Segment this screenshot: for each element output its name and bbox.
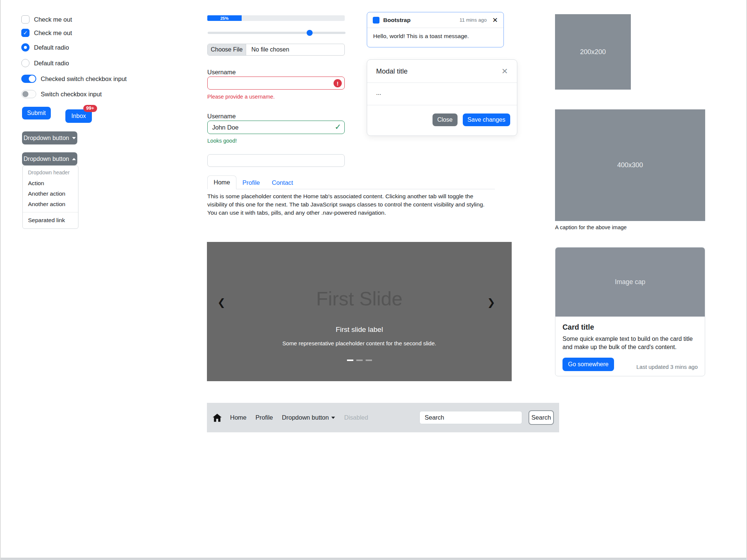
inbox-label: Inbox xyxy=(71,113,86,119)
progress-bar: 25% xyxy=(207,15,345,21)
progress-fill: 25% xyxy=(207,15,242,21)
home-icon[interactable] xyxy=(212,413,222,423)
navbar: Home Profile Dropdown button Disabled Se… xyxy=(207,403,559,432)
modal-body: ... xyxy=(367,83,517,105)
menu-item-another-action[interactable]: Another action xyxy=(23,199,78,209)
switch-row: Switch checkbox input xyxy=(21,90,102,99)
slide-caption: Some representative placeholder content … xyxy=(207,340,512,346)
notification-badge: 99+ xyxy=(83,105,97,112)
slider-thumb[interactable] xyxy=(307,30,313,36)
carousel-indicator-3[interactable] xyxy=(366,360,372,361)
modal: Modal title ✕ ... Close Save changes xyxy=(367,59,517,136)
switch-knob xyxy=(29,75,35,82)
radio-row: Default radio xyxy=(21,59,69,68)
caret-up-icon xyxy=(72,158,76,160)
modal-save-button[interactable]: Save changes xyxy=(463,113,510,126)
tab-contact[interactable]: Contact xyxy=(266,176,299,189)
placeholder-image-400: 400x300 xyxy=(555,109,705,221)
carousel-indicator-2[interactable] xyxy=(356,360,363,361)
dropdown-menu-header: Dropdown header xyxy=(23,168,78,178)
nav-link-dropdown[interactable]: Dropdown button xyxy=(282,414,335,421)
carousel-prev-icon[interactable]: ❮ xyxy=(217,297,226,308)
figure-caption: A caption for the above image xyxy=(555,224,627,230)
card: Image cap Card title Some quick example … xyxy=(555,247,705,376)
dropdown-button-closed[interactable]: Dropdown button xyxy=(22,131,77,144)
card-text: Some quick example text to build on the … xyxy=(562,335,698,352)
page: Check me out ✓ Check me out Default radi… xyxy=(0,0,747,560)
carousel: First Slide ❮ ❯ First slide label Some r… xyxy=(207,242,512,381)
toast-timestamp: 11 mins ago xyxy=(459,17,487,23)
toast-message: Hello, world! This is a toast message. xyxy=(367,28,503,44)
username-label: Username xyxy=(207,69,236,76)
valid-feedback: Looks good! xyxy=(207,138,237,144)
modal-title: Modal title xyxy=(376,67,407,75)
invalid-icon: ! xyxy=(334,79,342,87)
checkbox-row: ✓ Check me out xyxy=(21,28,72,37)
username-input-invalid[interactable] xyxy=(207,77,345,90)
toast-header: Bootstrap 11 mins ago ✕ xyxy=(367,12,503,28)
dropdown-menu: Dropdown header Action Another action An… xyxy=(22,165,78,229)
switch-label: Switch checkbox input xyxy=(41,91,102,98)
caret-down-icon xyxy=(72,137,76,139)
modal-close-icon[interactable]: ✕ xyxy=(501,67,508,76)
slide-label: First slide label xyxy=(207,326,512,334)
checkbox-unchecked[interactable] xyxy=(21,15,30,24)
submit-button[interactable]: Submit xyxy=(22,107,51,119)
modal-close-button[interactable]: Close xyxy=(433,113,458,126)
file-status: No file chosen xyxy=(246,44,289,55)
window-bottom-edge xyxy=(1,558,746,560)
inbox-button[interactable]: Inbox 99+ xyxy=(65,109,92,123)
menu-item-another-action[interactable]: Another action xyxy=(23,189,78,199)
nav-dropdown-label: Dropdown button xyxy=(282,414,329,421)
toast: Bootstrap 11 mins ago ✕ Hello, world! Th… xyxy=(367,12,504,47)
carousel-indicators xyxy=(207,360,512,361)
tab-profile[interactable]: Profile xyxy=(236,176,266,189)
tab-home[interactable]: Home xyxy=(207,175,236,189)
username-input-valid[interactable] xyxy=(207,121,345,134)
switch-label: Checked switch checkbox input xyxy=(41,75,127,83)
carousel-indicator-1[interactable] xyxy=(347,360,353,361)
file-input[interactable]: Choose File No file chosen xyxy=(207,44,345,56)
radio-unchecked[interactable] xyxy=(21,59,30,67)
search-button[interactable]: Search xyxy=(529,410,554,425)
placeholder-image-200: 200x200 xyxy=(555,14,631,90)
caret-down-icon xyxy=(331,417,335,419)
modal-footer: Close Save changes xyxy=(367,105,517,126)
nav-link-home[interactable]: Home xyxy=(230,414,247,421)
card-image-cap: Image cap xyxy=(555,248,705,317)
card-image-label: Image cap xyxy=(615,278,645,286)
carousel-next-icon[interactable]: ❯ xyxy=(487,297,495,308)
switch-on[interactable] xyxy=(21,75,36,83)
radio-label: Default radio xyxy=(34,60,69,67)
dropdown-button-open[interactable]: Dropdown button xyxy=(22,152,77,165)
radio-checked[interactable] xyxy=(21,43,30,52)
checkbox-checked[interactable]: ✓ xyxy=(21,29,30,37)
choose-file-button[interactable]: Choose File xyxy=(208,44,246,55)
menu-divider xyxy=(23,212,78,212)
bootstrap-logo-icon xyxy=(373,17,379,24)
nav-link-profile[interactable]: Profile xyxy=(255,414,273,421)
checkbox-row: Check me out xyxy=(21,15,72,24)
slide-placeholder-text: First Slide xyxy=(207,287,512,310)
range-slider[interactable] xyxy=(208,32,345,34)
go-somewhere-button[interactable]: Go somewhere xyxy=(562,358,614,371)
toast-close-icon[interactable]: ✕ xyxy=(492,16,498,24)
tab-bar: Home Profile Contact xyxy=(207,175,495,189)
invalid-feedback: Please provide a username. xyxy=(207,94,275,100)
card-body: Card title Some quick example text to bu… xyxy=(555,317,705,376)
switch-knob xyxy=(22,91,28,97)
empty-text-input[interactable] xyxy=(207,154,345,167)
checkbox-label: Check me out xyxy=(34,16,72,23)
check-icon: ✓ xyxy=(23,29,28,36)
progress-label: 25% xyxy=(220,16,229,21)
checkbox-label: Check me out xyxy=(34,29,72,37)
radio-row: Default radio xyxy=(21,43,69,52)
placeholder-image-label: 400x300 xyxy=(617,161,643,169)
switch-off[interactable] xyxy=(21,90,36,98)
card-title: Card title xyxy=(562,323,698,332)
search-input[interactable] xyxy=(419,411,522,424)
menu-item-separated-link[interactable]: Separated link xyxy=(23,215,78,225)
nav-link-disabled: Disabled xyxy=(344,414,368,421)
menu-item-action[interactable]: Action xyxy=(23,178,78,189)
card-updated-text: Last updated 3 mins ago xyxy=(636,364,698,371)
